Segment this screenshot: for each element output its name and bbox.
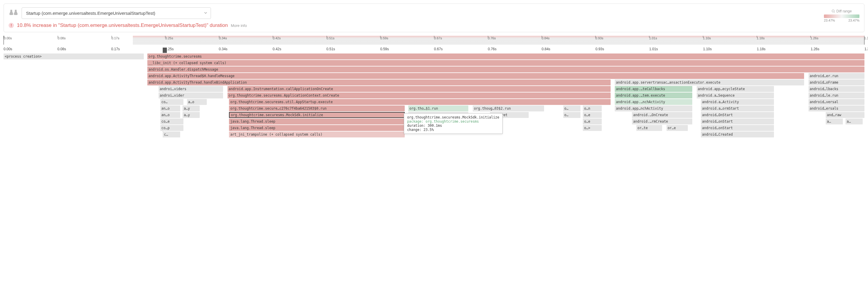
flame-span[interactable]: a…y xyxy=(183,112,200,118)
flame-span[interactable]: android.a…Activity xyxy=(701,99,774,105)
minimap-tick: 1.01s xyxy=(649,36,657,40)
diff-min: 23.47% xyxy=(824,19,835,22)
alert-icon: ! xyxy=(8,23,14,28)
flame-span[interactable]: org.thoughtcrime.securesms.ApplicationCo… xyxy=(227,93,611,98)
alert-text: 10.8% increase in "Startup (com.emerge.u… xyxy=(17,23,228,28)
flame-span[interactable]: android…Created xyxy=(701,132,774,137)
minimap-tick: 0.42s xyxy=(273,36,281,40)
flame-span[interactable]: o…n xyxy=(583,105,602,111)
flame-span[interactable]: org.tho…$1.run xyxy=(408,105,469,111)
flame-span[interactable]: android…OnStart xyxy=(701,112,774,118)
minimap-ruler: 0.00s0.08s0.17s0.25s0.34s0.42s0.51s0.59s… xyxy=(4,36,864,45)
flame-span[interactable]: org.thoughtcrime.securesms.util.AppStart… xyxy=(229,99,610,105)
flame-span[interactable]: org.thoug…03$2.run xyxy=(473,105,544,111)
flame-span[interactable]: java.lang.Thread.sleep xyxy=(229,118,405,125)
ruler-tick: 0.17s xyxy=(111,47,120,51)
flame-span[interactable]: android.app.…tem.execute xyxy=(615,93,692,98)
minimap-tick: 0.51s xyxy=(327,36,335,40)
flame-span[interactable]: an…o xyxy=(160,105,180,111)
flame-span[interactable]: android…er.run xyxy=(809,73,864,79)
flame-span[interactable]: org.thoughtcrime.securesms xyxy=(147,54,864,59)
header-top xyxy=(8,7,860,19)
flame-span[interactable]: android.app.ActivityThread$H.handleMessa… xyxy=(147,73,804,79)
flame-span[interactable]: androi…vider xyxy=(159,93,223,98)
minimap-tick: 0.34s xyxy=(219,36,227,40)
flame-span[interactable]: o… xyxy=(563,112,581,118)
flame-span[interactable]: o…e xyxy=(583,112,602,118)
ruler-tick: 0.93s xyxy=(595,47,604,51)
flame-span[interactable]: android.app.…nchActivity xyxy=(615,99,692,105)
minimap[interactable]: 0.00s0.08s0.17s0.25s0.34s0.42s0.51s0.59s… xyxy=(4,36,864,45)
flame-span[interactable]: android.app.servertransac…ansactionExecu… xyxy=(615,79,804,86)
flame-span[interactable]: android…ersals xyxy=(809,105,864,111)
flame-span[interactable]: org.thoughtcrime.securesms.MockSdk.initi… xyxy=(229,112,405,118)
playhead-marker[interactable] xyxy=(163,47,167,53)
minimap-content xyxy=(133,36,864,45)
more-info-link[interactable]: More info xyxy=(231,23,247,28)
flame-row: an…oa…yorg.thoughtcrime.secure…c276c7f4b… xyxy=(4,105,864,111)
flame-span[interactable]: a…y xyxy=(183,105,200,111)
svg-line-1 xyxy=(834,12,835,13)
flame-span[interactable]: co…p xyxy=(160,125,184,131)
diff-range: Diff range 23.47% 23.47% xyxy=(824,9,860,22)
flame-span[interactable]: android.a…ormStart xyxy=(701,105,774,111)
flame-span[interactable]: or…te xyxy=(637,125,662,131)
flame-span[interactable]: a… xyxy=(845,118,863,125)
flame-graph[interactable]: <process creation>org.thoughtcrime.secur… xyxy=(4,54,864,137)
flame-span[interactable]: o…e xyxy=(583,118,602,125)
ruler-tick: 0.67s xyxy=(434,47,442,51)
minimap-tick: 1.10s xyxy=(703,36,711,40)
flask-icon xyxy=(8,8,18,18)
header-panel: ! 10.8% increase in "Startup (com.emerge… xyxy=(4,4,864,32)
flame-span[interactable]: android…le.run xyxy=(809,93,864,98)
flame-span[interactable]: co… xyxy=(160,99,184,105)
flame-span[interactable]: o…> xyxy=(583,125,602,131)
ruler-tick: 1.01s xyxy=(649,47,658,51)
flame-span[interactable]: co…e xyxy=(160,118,184,125)
tooltip: org.thoughtcrime.securesms.MockSdk.initi… xyxy=(404,113,503,134)
ruler-tick: 1.10s xyxy=(703,47,712,51)
flame-row: android.os.Handler.dispatchMessage xyxy=(4,67,864,72)
flame-row: android.app.ActivityThread.handleBindApp… xyxy=(4,79,864,86)
ruler-tick: 0.42s xyxy=(273,47,281,51)
flame-span[interactable]: __libc_init (+ collapsed system calls) xyxy=(147,60,864,66)
flame-span[interactable]: java.lang.Thread.sleep xyxy=(229,125,405,131)
flame-span[interactable]: or…e xyxy=(666,125,688,131)
flame-span[interactable]: android.app…ecycleState xyxy=(697,86,774,92)
minimap-tick: 1.26s xyxy=(810,36,818,40)
flame-span[interactable]: o… xyxy=(563,105,581,111)
flame-span[interactable]: android…lbacks xyxy=(809,86,864,92)
flame-span[interactable]: androi…viders xyxy=(159,86,223,92)
flame-span[interactable]: android.app.Instrumentation.callApplicat… xyxy=(227,86,611,92)
flame-span[interactable]: and…raw xyxy=(826,112,864,118)
flame-span[interactable]: android…onStart xyxy=(701,118,774,125)
ruler-tick: 1.26s xyxy=(811,47,819,51)
flame-span[interactable]: android.a…Sequence xyxy=(697,93,774,98)
test-name-input[interactable] xyxy=(22,7,211,19)
flame-span[interactable]: android.app…nchActivity xyxy=(615,105,692,111)
flame-span[interactable]: android…oFrame xyxy=(809,79,864,86)
flame-span[interactable]: c… xyxy=(163,132,180,137)
flame-span[interactable]: an…o xyxy=(160,112,180,118)
ruler-tick: 0.00s xyxy=(4,47,12,51)
test-selector[interactable] xyxy=(22,7,211,19)
flame-span[interactable]: android.…OnCreate xyxy=(632,112,692,118)
minimap-tick: 1.18s xyxy=(757,36,765,40)
flame-span[interactable]: android.os.Handler.dispatchMessage xyxy=(147,67,864,72)
minimap-tick: 1.35s xyxy=(864,36,868,40)
flame-span[interactable]: a… xyxy=(826,118,843,125)
flame-span[interactable]: android…versal xyxy=(809,99,864,105)
ruler-tick: 0.34s xyxy=(219,47,227,51)
flame-span[interactable]: org.thoughtcrime.secure…c276c7f4ba642150… xyxy=(229,105,405,111)
flame-span[interactable]: art_jni_trampoline (+ collapsed system c… xyxy=(229,132,405,137)
alert-row: ! 10.8% increase in "Startup (com.emerge… xyxy=(8,23,860,28)
flame-span[interactable]: android.…rmCreate xyxy=(632,118,692,125)
flame-span[interactable]: android.app.ActivityThread.handleBindApp… xyxy=(147,79,611,86)
flame-span[interactable]: <process creation> xyxy=(4,54,144,59)
flame-row: androi…viderorg.thoughtcrime.securesms.A… xyxy=(4,93,864,98)
diff-gradient xyxy=(824,14,860,18)
flame-span[interactable]: android.app.…teCallbacks xyxy=(615,86,692,92)
diff-max: 23.47% xyxy=(848,19,860,22)
flame-span[interactable]: a…o xyxy=(187,99,207,105)
flame-span[interactable]: android…onStart xyxy=(701,125,774,131)
